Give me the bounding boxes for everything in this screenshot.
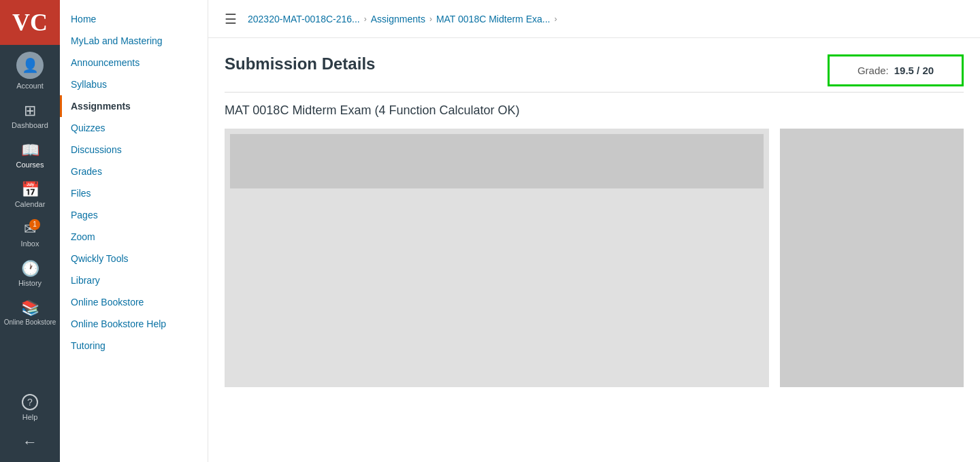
breadcrumb-sep-1: › (364, 14, 367, 24)
hamburger-button[interactable]: ☰ (219, 8, 242, 30)
submission-right-panel (780, 129, 964, 387)
sidebar-item-dashboard[interactable]: ⊞ Dashboard (0, 97, 60, 136)
grade-label: Grade: (858, 65, 889, 76)
collapse-icon: ← (22, 435, 37, 450)
submission-content (225, 129, 964, 387)
course-nav-qwickly[interactable]: Qwickly Tools (60, 248, 208, 269)
sidebar-item-courses[interactable]: 📖 Courses (0, 136, 60, 176)
course-nav-syllabus[interactable]: Syllabus (60, 73, 208, 95)
course-nav-quizzes[interactable]: Quizzes (60, 117, 208, 139)
course-nav-home[interactable]: Home (60, 8, 208, 30)
sidebar-item-help[interactable]: ? Help (0, 387, 60, 428)
global-nav: VC 👤 Account ⊞ Dashboard 📖 Courses 📅 Cal… (0, 0, 60, 462)
sidebar-item-account[interactable]: 👤 Account (0, 45, 60, 97)
sidebar-item-label: Online Bookstore (4, 318, 56, 326)
top-bar: ☰ 202320-MAT-0018C-216... › Assignments … (208, 0, 980, 38)
course-nav-pages[interactable]: Pages (60, 204, 208, 226)
app-logo[interactable]: VC (0, 0, 60, 45)
breadcrumb-course[interactable]: 202320-MAT-0018C-216... (248, 14, 360, 24)
breadcrumb-exam[interactable]: MAT 0018C Midterm Exa... (436, 14, 551, 24)
course-nav-online-bookstore[interactable]: Online Bookstore (60, 291, 208, 313)
grade-value: 19.5 / 20 (894, 65, 934, 76)
main-area: ☰ 202320-MAT-0018C-216... › Assignments … (208, 0, 980, 462)
sidebar-item-label: Calendar (15, 200, 46, 208)
sidebar-item-collapse[interactable]: ← (0, 428, 60, 457)
calendar-icon: 📅 (21, 182, 39, 197)
courses-icon: 📖 (21, 143, 39, 158)
sidebar-item-bookstore[interactable]: 📚 Online Bookstore (0, 294, 60, 333)
sidebar-item-label: Dashboard (12, 121, 48, 129)
submission-preview-bar (230, 134, 764, 188)
course-nav-assignments[interactable]: Assignments (60, 95, 208, 117)
exam-title: MAT 0018C Midterm Exam (4 Function Calcu… (225, 103, 964, 118)
inbox-icon: ✉ 1 (24, 222, 36, 237)
course-nav-tutoring[interactable]: Tutoring (60, 335, 208, 357)
course-nav-online-bookstore-help[interactable]: Online Bookstore Help (60, 313, 208, 335)
bookstore-icon: 📚 (21, 301, 39, 316)
sidebar-item-history[interactable]: 🕐 History (0, 254, 60, 294)
inbox-badge: 1 (29, 219, 40, 230)
sidebar-item-label: Help (22, 413, 38, 421)
sidebar-item-inbox[interactable]: ✉ 1 Inbox (0, 215, 60, 254)
breadcrumb: 202320-MAT-0018C-216... › Assignments › … (248, 14, 557, 24)
content-area: Submission Details Grade: 19.5 / 20 MAT … (208, 38, 980, 462)
global-nav-bottom: ? Help ← (0, 387, 60, 462)
sidebar-item-calendar[interactable]: 📅 Calendar (0, 176, 60, 215)
submission-left-panel (225, 129, 769, 387)
breadcrumb-sep-3: › (554, 14, 557, 24)
divider (225, 92, 964, 93)
course-nav-files[interactable]: Files (60, 182, 208, 204)
sidebar-item-label: Courses (16, 161, 44, 169)
dashboard-icon: ⊞ (24, 103, 36, 118)
course-nav: Home MyLab and Mastering Announcements S… (60, 0, 208, 462)
grade-box: Grade: 19.5 / 20 (828, 54, 964, 86)
logo-text: VC (12, 8, 48, 37)
page-title: Submission Details (225, 54, 375, 73)
course-nav-discussions[interactable]: Discussions (60, 139, 208, 161)
sidebar-item-label: History (18, 279, 42, 287)
breadcrumb-assignments[interactable]: Assignments (371, 14, 425, 24)
help-icon: ? (22, 394, 38, 410)
avatar: 👤 (16, 52, 44, 79)
course-nav-zoom[interactable]: Zoom (60, 226, 208, 248)
course-nav-grades[interactable]: Grades (60, 161, 208, 182)
sidebar-item-label: Account (16, 82, 44, 90)
history-icon: 🕐 (21, 261, 39, 276)
sidebar-item-label: Inbox (21, 240, 39, 248)
breadcrumb-sep-2: › (429, 14, 432, 24)
submission-header: Submission Details Grade: 19.5 / 20 (225, 54, 964, 86)
course-nav-mylab[interactable]: MyLab and Mastering (60, 30, 208, 52)
course-nav-announcements[interactable]: Announcements (60, 52, 208, 73)
course-nav-library[interactable]: Library (60, 269, 208, 291)
